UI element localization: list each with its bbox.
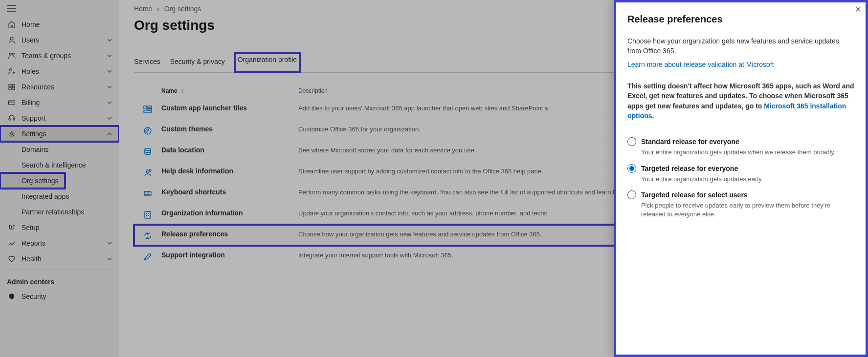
sidebar-item-reports[interactable]: Reports <box>0 235 119 251</box>
settings-icon <box>7 130 17 138</box>
sidebar-item-org-settings[interactable]: Org settings <box>0 173 65 189</box>
sidebar-item-health[interactable]: Health <box>0 251 119 267</box>
release-option: Standard release for everyoneYour entire… <box>627 137 854 157</box>
row-name: Support integration <box>161 251 298 259</box>
sidebar-item-billing[interactable]: Billing <box>0 95 119 110</box>
svg-point-1 <box>9 53 11 55</box>
svg-rect-6 <box>12 84 15 86</box>
tab-security-privacy[interactable]: Security & privacy <box>170 53 225 72</box>
sidebar-item-label: Support <box>22 114 107 122</box>
sidebar-item-integrated-apps[interactable]: Integrated apps <box>0 189 119 204</box>
row-name: Release preferences <box>161 230 298 238</box>
breadcrumb-home[interactable]: Home <box>134 5 152 13</box>
admin-center-security[interactable]: Security <box>0 289 119 304</box>
sidebar-item-label: Teams & groups <box>22 52 107 60</box>
radio-icon[interactable] <box>627 164 636 173</box>
support-icon <box>7 114 17 122</box>
home-icon <box>7 21 17 28</box>
chevron-down-icon <box>107 116 112 121</box>
svg-rect-5 <box>9 84 11 86</box>
sidebar-item-partner-relationships[interactable]: Partner relationships <box>0 204 119 220</box>
svg-point-0 <box>10 37 13 40</box>
svg-rect-14 <box>148 106 152 107</box>
chevron-down-icon <box>107 53 112 58</box>
sidebar-item-label: Search & intelligence <box>22 161 112 169</box>
chevron-down-icon <box>107 256 112 261</box>
sidebar-item-resources[interactable]: Resources <box>0 79 119 95</box>
row-icon <box>134 188 161 199</box>
sidebar-item-home[interactable]: Home <box>0 17 119 32</box>
chevron-down-icon <box>107 84 112 89</box>
sidebar-item-settings[interactable]: Settings <box>0 126 119 142</box>
user-icon <box>7 36 17 44</box>
billing-icon <box>7 99 17 106</box>
sidebar-item-search-intelligence[interactable]: Search & intelligence <box>0 157 119 173</box>
sidebar-item-label: Org settings <box>22 177 58 185</box>
sidebar-item-roles[interactable]: Roles <box>0 63 119 79</box>
radio-row[interactable]: Standard release for everyone <box>627 137 854 146</box>
row-name: Keyboard shortcuts <box>161 188 298 196</box>
breadcrumb-current: Org settings <box>164 5 201 13</box>
sidebar-item-label: Reports <box>22 239 107 247</box>
svg-rect-16 <box>144 111 152 112</box>
sidebar-item-support[interactable]: Support <box>0 110 119 126</box>
row-name: Organization information <box>161 209 298 217</box>
row-name: Custom themes <box>161 125 298 133</box>
sidebar-item-setup[interactable]: Setup <box>0 220 119 235</box>
sidebar-item-users[interactable]: Users <box>0 32 119 48</box>
sidebar-item-teams-groups[interactable]: Teams & groups <box>0 48 119 63</box>
svg-point-2 <box>12 53 14 55</box>
release-option: Targeted release for select usersPick pe… <box>627 190 854 219</box>
sidebar-item-label: Roles <box>22 67 107 75</box>
chevron-down-icon <box>107 69 112 74</box>
panel-note: This setting doesn't affect how Microsof… <box>627 81 854 121</box>
nav-separator <box>7 270 112 270</box>
chevron-right-icon: › <box>157 5 159 13</box>
svg-point-19 <box>146 170 149 173</box>
panel-title: Release preferences <box>627 14 854 25</box>
panel-intro: Choose how your organization gets new fe… <box>627 37 854 56</box>
sort-ascending-icon[interactable]: ↑ <box>181 87 184 94</box>
radio-label: Targeted release for everyone <box>641 165 738 172</box>
sidebar-item-domains[interactable]: Domains <box>0 142 119 157</box>
svg-point-20 <box>149 169 151 171</box>
svg-rect-22 <box>145 211 151 218</box>
row-icon <box>134 230 161 241</box>
sidebar-item-label: Billing <box>22 99 107 106</box>
row-name: Help desk information <box>161 167 298 175</box>
sidebar-item-label: Integrated apps <box>22 192 112 200</box>
release-option: Targeted release for everyoneYour entire… <box>627 164 854 184</box>
radio-label: Targeted release for select users <box>641 191 748 199</box>
svg-rect-9 <box>9 101 15 105</box>
radio-description: Your entire organization gets updates wh… <box>641 148 854 157</box>
row-icon <box>134 104 161 115</box>
chevron-down-icon <box>107 100 112 105</box>
sidebar-item-label: Users <box>22 36 107 44</box>
radio-icon[interactable] <box>627 190 636 199</box>
sidebar-item-label: Resources <box>22 83 107 91</box>
reports-icon <box>7 239 17 247</box>
sidebar: HomeUsersTeams & groupsRolesResourcesBil… <box>0 0 119 357</box>
radio-icon[interactable] <box>627 137 636 146</box>
chevron-up-icon <box>107 131 112 136</box>
tab-organization-profile[interactable]: Organization profile <box>235 53 300 72</box>
svg-point-3 <box>10 69 12 71</box>
tab-services[interactable]: Services <box>134 53 160 72</box>
hamburger-menu-icon[interactable] <box>0 0 119 17</box>
svg-rect-25 <box>146 215 147 216</box>
sidebar-item-label: Domains <box>22 146 112 153</box>
release-options-group: Standard release for everyoneYour entire… <box>627 137 854 226</box>
col-name-label[interactable]: Name <box>161 87 178 94</box>
resources-icon <box>7 83 17 91</box>
row-icon <box>134 209 161 220</box>
radio-row[interactable]: Targeted release for select users <box>627 190 854 199</box>
chevron-down-icon <box>107 38 112 42</box>
radio-label: Standard release for everyone <box>641 138 739 146</box>
release-preferences-panel: ✕ Release preferences Choose how your or… <box>614 0 868 357</box>
row-name: Custom app launcher tiles <box>161 104 298 112</box>
radio-row[interactable]: Targeted release for everyone <box>627 164 854 173</box>
learn-more-link[interactable]: Learn more about release validation at M… <box>627 61 854 68</box>
close-icon[interactable]: ✕ <box>855 5 861 14</box>
row-icon <box>134 251 161 262</box>
radio-description: Pick people to receive updates early to … <box>641 201 854 219</box>
